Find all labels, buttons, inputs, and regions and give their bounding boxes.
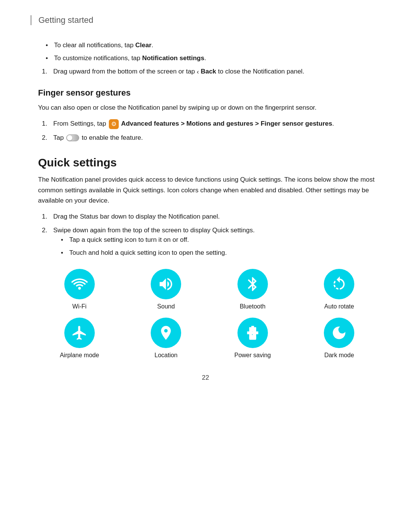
quick-settings-step-2: Swipe down again from the top of the scr…: [42, 225, 381, 258]
bluetooth-icon: [244, 276, 261, 292]
settings-gear-icon: [109, 119, 119, 129]
qs-item-wifi: Wi-Fi: [38, 269, 121, 310]
subbullet-2: Touch and hold a quick setting icon to o…: [61, 248, 381, 258]
power-saving-icon: [244, 324, 261, 341]
page-number: 22: [30, 374, 381, 382]
airplane-mode-icon: [71, 324, 88, 341]
airplane-mode-icon-circle: [64, 318, 95, 348]
qs-item-airplane-mode: Airplane mode: [38, 318, 121, 359]
bullet-item-1: To clear all notifications, tap Clear.: [46, 40, 381, 50]
toggle-icon: [66, 134, 79, 141]
qs-item-sound: Sound: [125, 269, 208, 310]
numbered-item-1: Drag upward from the bottom of the scree…: [42, 67, 381, 77]
wifi-icon-circle: [64, 269, 95, 299]
advanced-features-bold: Advanced features > Motions and gestures…: [121, 120, 332, 127]
power-saving-icon-circle: [237, 318, 268, 348]
quick-settings-step-1: Drag the Status bar down to display the …: [42, 212, 381, 222]
subbullet-1: Tap a quick setting icon to turn it on o…: [61, 235, 381, 245]
qs-item-auto-rotate: Auto rotate: [298, 269, 381, 310]
dark-mode-icon: [331, 324, 347, 341]
quick-settings-heading: Quick settings: [38, 156, 381, 169]
back-icon: ‹: [197, 67, 199, 77]
bluetooth-icon-circle: [237, 269, 268, 299]
qs-item-bluetooth: Bluetooth: [211, 269, 294, 310]
finger-sensor-body: You can also open or close the Notificat…: [38, 102, 381, 113]
finger-sensor-heading: Finger sensor gestures: [38, 88, 381, 98]
notification-settings-bold: Notification settings: [142, 54, 204, 62]
qs-item-power-saving: Power saving: [211, 318, 294, 359]
location-icon: [158, 324, 174, 341]
dark-mode-label: Dark mode: [324, 352, 354, 359]
clear-bold: Clear: [135, 42, 152, 49]
quick-settings-subbullets: Tap a quick setting icon to turn it on o…: [61, 235, 381, 257]
auto-rotate-icon: [331, 276, 347, 292]
quick-settings-body: The Notification panel provides quick ac…: [38, 174, 381, 206]
location-icon-circle: [151, 318, 181, 348]
sound-icon-circle: [151, 269, 181, 299]
airplane-mode-label: Airplane mode: [60, 352, 99, 359]
quick-settings-steps: Drag the Status bar down to display the …: [42, 212, 381, 257]
back-bold: Back: [201, 68, 216, 75]
main-content: To clear all notifications, tap Clear. T…: [38, 40, 381, 359]
bluetooth-label: Bluetooth: [240, 303, 266, 310]
wifi-label: Wi-Fi: [72, 303, 86, 310]
dark-mode-icon-circle: [324, 318, 354, 348]
wifi-icon: [71, 276, 88, 292]
bullet-item-2: To customize notifications, tap Notifica…: [46, 53, 381, 63]
qs-item-dark-mode: Dark mode: [298, 318, 381, 359]
finger-sensor-item-2: Tap to enable the feature.: [42, 133, 381, 143]
auto-rotate-icon-circle: [324, 269, 354, 299]
initial-bullet-list: To clear all notifications, tap Clear. T…: [46, 40, 381, 63]
auto-rotate-label: Auto rotate: [324, 303, 354, 310]
qs-item-location: Location: [125, 318, 208, 359]
sound-icon: [158, 276, 174, 292]
finger-sensor-item-1: From Settings, tap Advanced features > M…: [42, 119, 381, 129]
location-label: Location: [155, 352, 178, 359]
initial-numbered-list: Drag upward from the bottom of the scree…: [42, 67, 381, 77]
sound-label: Sound: [157, 303, 175, 310]
finger-sensor-list: From Settings, tap Advanced features > M…: [42, 119, 381, 142]
power-saving-label: Power saving: [234, 352, 271, 359]
page-header: Getting started: [30, 15, 381, 25]
quick-settings-grid: Wi-Fi Sound Bluetooth: [38, 269, 381, 359]
page-header-title: Getting started: [38, 15, 93, 25]
